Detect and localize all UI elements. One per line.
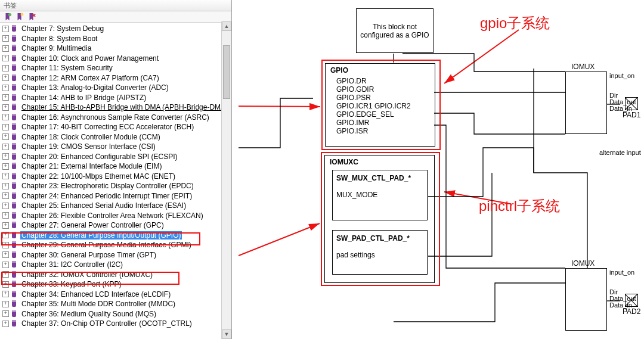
expand-icon[interactable]: + (2, 94, 9, 101)
tree-item[interactable]: +Chapter 20: Enhanced Configurable SPI (… (2, 152, 231, 162)
tree-item[interactable]: +Chapter 36: Medium Quality Sound (MQS) (2, 309, 231, 319)
bookmark-icon (11, 163, 18, 170)
tree-item[interactable]: +Chapter 32: IOMUX Controller (IOMUXC) (2, 270, 231, 280)
svg-line-4 (444, 30, 519, 83)
tree-item[interactable]: +Chapter 16: Asynchronous Sample Rate Co… (2, 113, 231, 123)
bookmark-new-icon[interactable] (16, 13, 24, 21)
tree-item[interactable]: +Chapter 19: CMOS Sensor Interface (CSI) (2, 142, 231, 152)
scroll-up-icon[interactable]: ▲ (222, 21, 231, 31)
pad1-label: PAD1 (623, 111, 640, 119)
block-diagram: This block not configured as a GPIO GPIO… (239, 0, 644, 339)
expand-icon[interactable]: + (2, 183, 9, 189)
bookmark-icon (11, 261, 18, 268)
expand-icon[interactable]: + (2, 262, 9, 268)
vertical-scrollbar[interactable]: ▲ ▼ (221, 21, 231, 339)
tree-item[interactable]: +Chapter 13: Analog-to-Digital Converter… (2, 83, 231, 93)
tree-item-label: Chapter 32: IOMUX Controller (IOMUXC) (20, 270, 154, 279)
expand-icon[interactable]: + (2, 203, 9, 209)
expand-icon[interactable]: + (2, 35, 9, 42)
expand-icon[interactable]: + (2, 212, 9, 219)
tree-item[interactable]: +Chapter 25: Enhanced Serial Audio Inter… (2, 201, 231, 211)
expand-icon[interactable]: + (2, 65, 9, 71)
tree-item-label: Chapter 35: Multi Mode DDR Controller (M… (20, 300, 177, 308)
tree-item[interactable]: +Chapter 15: AHB-to-APBH Bridge with DMA… (2, 102, 231, 113)
bookmark-sidebar: 书签 +Chapter 7: System Debug+Chapter 8: S… (0, 0, 232, 339)
expand-icon[interactable]: + (2, 321, 9, 327)
expand-icon[interactable]: + (2, 45, 9, 52)
tree-item-label: Chapter 20: Enhanced Configurable SPI (E… (20, 153, 178, 161)
expand-icon[interactable]: + (2, 222, 9, 229)
tree-item[interactable]: +Chapter 14: AHB to IP Bridge (AIPSTZ) (2, 93, 231, 103)
bookmark-icon (11, 212, 18, 219)
bookmark-icon (11, 104, 18, 111)
expand-icon[interactable]: + (2, 124, 9, 130)
expand-icon[interactable]: + (2, 55, 9, 61)
tree-item[interactable]: +Chapter 22: 10/100-Mbps Ethernet MAC (E… (2, 172, 231, 182)
tree-item[interactable]: +Chapter 29: General Purpose Media Inter… (2, 240, 231, 250)
annotation-pinctrl-subsystem: pinctrl子系统 (479, 197, 560, 216)
tree-item-label: Chapter 19: CMOS Sensor Interface (CSI) (20, 142, 157, 151)
signal-altinput: alternate input (599, 149, 641, 156)
tree-item[interactable]: +Chapter 28: General Purpose Input/Outpu… (2, 231, 231, 241)
tree-item[interactable]: +Chapter 10: Clock and Power Management (2, 54, 231, 64)
bookmark-icon (11, 114, 18, 121)
expand-icon[interactable]: + (2, 133, 9, 140)
expand-icon[interactable]: + (2, 74, 9, 81)
scroll-down-icon[interactable]: ▼ (222, 329, 231, 339)
expand-icon[interactable]: + (2, 85, 9, 91)
expand-icon[interactable]: + (2, 173, 9, 179)
expand-icon[interactable]: + (2, 104, 9, 111)
bookmark-icon (11, 153, 18, 160)
tree-item[interactable]: +Chapter 9: Multimedia (2, 43, 231, 54)
bookmark-icon (11, 94, 18, 101)
tree-item[interactable]: +Chapter 26: Flexible Controller Area Ne… (2, 211, 231, 221)
expand-icon[interactable]: + (2, 163, 9, 170)
expand-icon[interactable]: + (2, 301, 9, 307)
expand-icon[interactable]: + (2, 232, 9, 238)
bookmark-icon (11, 251, 18, 259)
tree-item[interactable]: +Chapter 24: Enhanced Periodic Interrupt… (2, 191, 231, 201)
tree-item[interactable]: +Chapter 35: Multi Mode DDR Controller (… (2, 299, 231, 309)
tree-item[interactable]: +Chapter 23: Electrophoretic Display Con… (2, 181, 231, 191)
expand-icon[interactable]: + (2, 291, 9, 297)
tree-item[interactable]: +Chapter 12: ARM Cortex A7 Platform (CA7… (2, 73, 231, 83)
tree-item[interactable]: +Chapter 30: General Purpose Timer (GPT) (2, 250, 231, 260)
scroll-thumb[interactable] (223, 45, 230, 99)
expand-icon[interactable]: + (2, 242, 9, 248)
tree-item-label: Chapter 26: Flexible Controller Area Net… (20, 212, 205, 220)
tree-item[interactable]: +Chapter 31: I2C Controller (I2C) (2, 260, 231, 270)
iomuxc-highlight (321, 152, 440, 286)
expand-icon[interactable]: + (2, 271, 9, 278)
expand-icon[interactable]: + (2, 251, 9, 258)
bookmark-icon (11, 182, 18, 189)
tree-item[interactable]: +Chapter 33: Keypad Port (KPP) (2, 279, 231, 290)
tree-item[interactable]: +Chapter 34: Enhanced LCD Interface (eLC… (2, 290, 231, 300)
iomux-block-2 (565, 268, 607, 331)
tree-item[interactable]: +Chapter 11: System Security (2, 63, 231, 73)
tree-item[interactable]: +Chapter 18: Clock Controller Module (CC… (2, 132, 231, 142)
expand-icon[interactable]: + (2, 114, 9, 120)
tree-item[interactable]: +Chapter 7: System Debug (2, 24, 231, 34)
tree-item-label: Chapter 9: Multimedia (20, 44, 92, 52)
bookmark-tree[interactable]: +Chapter 7: System Debug+Chapter 8: Syst… (0, 23, 231, 329)
tree-item-label: Chapter 8: System Boot (20, 35, 98, 43)
expand-icon[interactable]: + (2, 153, 9, 160)
tree-item[interactable]: +Chapter 8: System Boot (2, 34, 231, 44)
expand-icon[interactable]: + (2, 281, 9, 288)
bookmark-tool-icon[interactable] (4, 13, 12, 21)
tree-item[interactable]: +Chapter 21: External Interface Module (… (2, 161, 231, 172)
expand-icon[interactable]: + (2, 144, 9, 150)
unused-block: This block not configured as a GPIO (356, 8, 434, 53)
tree-item-label: Chapter 33: Keypad Port (KPP) (20, 280, 122, 288)
expand-icon[interactable]: + (2, 26, 9, 32)
tree-item[interactable]: +Chapter 17: 40-BIT Correcting ECC Accel… (2, 122, 231, 132)
tree-item-label: Chapter 25: Enhanced Serial Audio Interf… (20, 201, 187, 210)
tree-item[interactable]: +Chapter 37: On-Chip OTP Controller (OCO… (2, 319, 231, 329)
tree-item[interactable]: +Chapter 27: General Power Controller (G… (2, 220, 231, 231)
sidebar-tab[interactable]: 书签 (0, 0, 231, 11)
svg-rect-1 (21, 13, 23, 15)
expand-icon[interactable]: + (2, 310, 9, 317)
expand-icon[interactable]: + (2, 192, 9, 199)
bookmark-icon (11, 35, 18, 42)
bookmark-delete-icon[interactable] (27, 13, 36, 21)
